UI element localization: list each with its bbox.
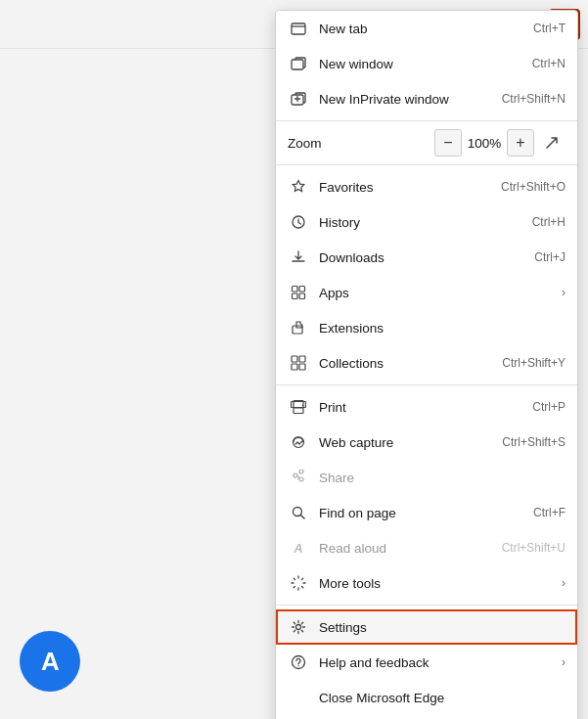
menu-item-new-tab[interactable]: New tab Ctrl+T — [276, 11, 577, 46]
svg-rect-0 — [292, 23, 305, 34]
zoom-row: Zoom − 100% + — [276, 125, 577, 160]
inprivate-icon — [288, 88, 309, 110]
history-shortcut: Ctrl+H — [532, 215, 565, 229]
new-tab-label: New tab — [319, 22, 525, 36]
svg-rect-14 — [294, 408, 303, 414]
svg-rect-10 — [299, 356, 305, 362]
svg-rect-9 — [292, 356, 297, 362]
new-tab-icon — [288, 18, 309, 39]
help-feedback-label: Help and feedback — [319, 655, 554, 670]
settings-label: Settings — [319, 620, 565, 635]
svg-point-19 — [293, 656, 305, 669]
menu-item-history[interactable]: History Ctrl+H — [276, 204, 577, 240]
menu-item-collections[interactable]: Collections Ctrl+Shift+Y — [276, 345, 577, 381]
zoom-controls: − 100% + — [434, 129, 565, 157]
apps-arrow: › — [562, 286, 565, 299]
svg-point-20 — [297, 665, 298, 666]
favorites-label: Favorites — [319, 180, 493, 195]
divider-4 — [276, 605, 577, 606]
help-feedback-arrow: › — [562, 655, 565, 669]
svg-rect-5 — [299, 287, 305, 292]
find-on-page-label: Find on page — [319, 506, 525, 520]
more-tools-arrow: › — [562, 576, 565, 590]
menu-item-more-tools[interactable]: More tools › — [276, 565, 577, 601]
svg-rect-4 — [293, 287, 298, 292]
svg-rect-8 — [293, 326, 302, 334]
downloads-shortcut: Ctrl+J — [534, 250, 565, 264]
new-inprivate-shortcut: Ctrl+Shift+N — [502, 92, 565, 106]
close-edge-label: Close Microsoft Edge — [319, 691, 565, 705]
help-icon — [288, 652, 309, 673]
find-on-page-shortcut: Ctrl+F — [533, 506, 565, 519]
favorites-shortcut: Ctrl+Shift+O — [501, 180, 565, 194]
downloads-label: Downloads — [319, 250, 526, 265]
new-tab-shortcut: Ctrl+T — [533, 22, 565, 35]
zoom-value: 100% — [466, 136, 503, 151]
zoom-minus-button[interactable]: − — [434, 129, 462, 157]
new-inprivate-label: New InPrivate window — [319, 92, 494, 107]
collections-label: Collections — [319, 356, 494, 371]
zoom-plus-button[interactable]: + — [507, 129, 534, 157]
svg-rect-11 — [292, 364, 297, 370]
appuals-logo: A — [20, 631, 88, 699]
menu-item-downloads[interactable]: Downloads Ctrl+J — [276, 240, 577, 275]
collections-shortcut: Ctrl+Shift+Y — [502, 356, 565, 370]
web-capture-label: Web capture — [319, 435, 494, 450]
web-capture-icon — [288, 431, 309, 453]
svg-point-15 — [302, 405, 303, 406]
read-aloud-icon: A — [288, 537, 309, 559]
menu-item-close-edge[interactable]: Close Microsoft Edge — [276, 680, 577, 715]
svg-rect-1 — [292, 60, 303, 69]
extensions-label: Extensions — [319, 321, 565, 336]
new-window-label: New window — [319, 57, 524, 71]
menu-item-help-feedback[interactable]: Help and feedback › — [276, 645, 577, 680]
settings-icon — [288, 616, 309, 638]
svg-rect-7 — [299, 293, 305, 299]
read-aloud-label: Read aloud — [319, 541, 494, 556]
find-on-page-icon — [288, 502, 309, 523]
page-content — [0, 49, 284, 719]
svg-text:A: A — [41, 647, 60, 676]
history-icon — [288, 211, 309, 233]
history-label: History — [319, 215, 524, 230]
close-edge-icon — [288, 687, 309, 708]
menu-item-settings[interactable]: Settings — [276, 609, 577, 645]
menu-item-find-on-page[interactable]: Find on page Ctrl+F — [276, 495, 577, 530]
menu-item-print[interactable]: Print Ctrl+P — [276, 389, 577, 425]
print-label: Print — [319, 400, 524, 415]
apps-icon — [288, 282, 309, 303]
favorites-menu-icon — [288, 176, 309, 198]
print-shortcut: Ctrl+P — [532, 400, 565, 414]
collections-icon — [288, 352, 309, 374]
menu-item-web-capture[interactable]: Web capture Ctrl+Shift+S — [276, 425, 577, 460]
apps-label: Apps — [319, 286, 554, 300]
divider-3 — [276, 384, 577, 385]
svg-point-18 — [296, 625, 301, 630]
downloads-icon — [288, 247, 309, 268]
divider-2 — [276, 164, 577, 165]
extensions-icon — [288, 317, 309, 338]
context-menu: New tab Ctrl+T New window Ctrl+N New InP… — [275, 10, 578, 719]
menu-item-new-window[interactable]: New window Ctrl+N — [276, 46, 577, 81]
new-window-shortcut: Ctrl+N — [532, 57, 565, 70]
menu-item-share: Share — [276, 460, 577, 495]
menu-item-extensions[interactable]: Extensions — [276, 310, 577, 345]
read-aloud-shortcut: Ctrl+Shift+U — [502, 541, 565, 555]
zoom-label: Zoom — [288, 136, 434, 151]
share-icon — [288, 467, 309, 488]
new-window-icon — [288, 53, 309, 74]
menu-item-new-inprivate[interactable]: New InPrivate window Ctrl+Shift+N — [276, 81, 577, 116]
print-icon — [288, 396, 309, 418]
svg-rect-12 — [299, 364, 305, 370]
share-label: Share — [319, 471, 565, 485]
svg-rect-6 — [293, 293, 298, 299]
divider-1 — [276, 120, 577, 121]
more-tools-label: More tools — [319, 576, 554, 591]
web-capture-shortcut: Ctrl+Shift+S — [502, 435, 565, 449]
menu-item-favorites[interactable]: Favorites Ctrl+Shift+O — [276, 169, 577, 204]
menu-item-apps[interactable]: Apps › — [276, 275, 577, 310]
zoom-expand-button[interactable] — [538, 129, 565, 157]
more-tools-icon — [288, 572, 309, 594]
menu-item-read-aloud: A Read aloud Ctrl+Shift+U — [276, 530, 577, 565]
